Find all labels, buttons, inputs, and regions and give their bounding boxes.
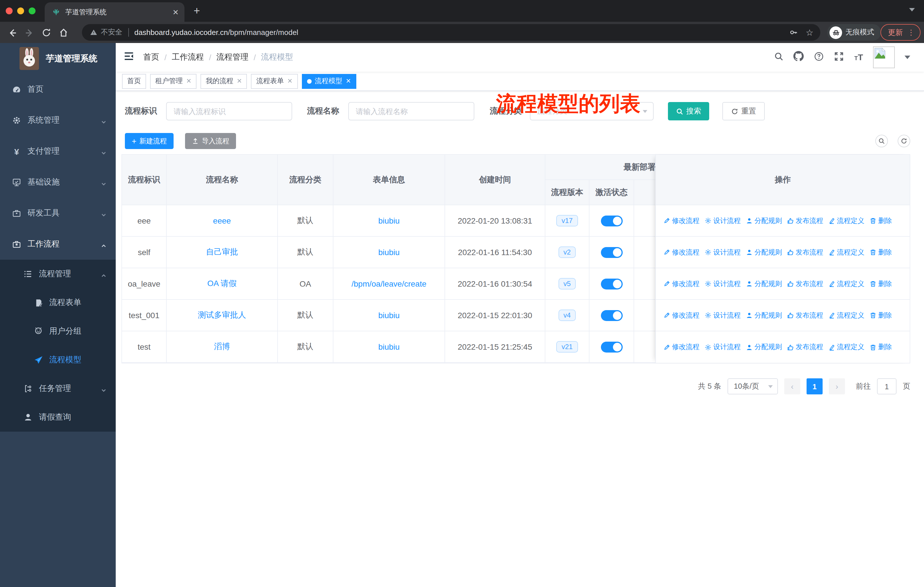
process-name-input[interactable] [348,102,474,121]
publish-process-link[interactable]: 发布流程 [787,342,823,352]
close-icon[interactable]: ✕ [237,78,242,85]
assign-rule-link[interactable]: 分配规则 [746,342,782,352]
tag-process-model[interactable]: 流程模型✕ [302,74,356,89]
next-page-button[interactable]: › [829,378,845,394]
prev-page-button[interactable]: ‹ [784,378,800,394]
password-key-icon[interactable] [789,28,798,37]
assign-rule-link[interactable]: 分配规则 [746,311,782,320]
form-info-link[interactable]: biubiu [333,331,445,362]
design-process-link[interactable]: 设计流程 [705,216,741,226]
search-button[interactable]: 搜索 [668,102,709,121]
security-status[interactable]: 不安全 [90,28,122,37]
design-process-link[interactable]: 设计流程 [705,342,741,352]
browser-tab[interactable]: 芋道管理系统 ✕ [45,2,185,22]
process-definition-link[interactable]: 流程定义 [828,311,865,320]
page-size-select[interactable]: 10条/页 [728,378,778,394]
tab-close-icon[interactable]: ✕ [172,8,179,17]
active-toggle[interactable] [601,247,622,258]
delete-link[interactable]: 删除 [870,279,892,289]
publish-process-link[interactable]: 发布流程 [787,311,823,320]
edit-process-link[interactable]: 修改流程 [663,247,700,257]
version-tag[interactable]: v21 [556,341,578,353]
close-icon[interactable]: ✕ [186,78,191,85]
process-definition-link[interactable]: 流程定义 [828,216,865,226]
delete-link[interactable]: 删除 [870,342,892,352]
font-size-icon[interactable]: TT [853,52,865,63]
url-text[interactable]: dashboard.yudao.iocoder.cn/bpm/manager/m… [134,28,789,37]
tag-process-form[interactable]: 流程表单✕ [251,74,298,89]
form-info-link[interactable]: biubiu [333,237,445,268]
publish-process-link[interactable]: 发布流程 [787,247,823,257]
browser-menu-icon[interactable]: ⋮ [908,28,915,37]
url-bar[interactable]: 不安全 dashboard.yudao.iocoder.cn/bpm/manag… [82,24,820,41]
form-info-link[interactable]: biubiu [333,205,445,236]
avatar[interactable] [873,46,895,68]
edit-process-link[interactable]: 修改流程 [663,216,700,226]
sidebar-item-process-model[interactable]: 流程模型 [0,346,116,374]
delete-link[interactable]: 删除 [870,216,892,226]
edit-process-link[interactable]: 修改流程 [663,342,700,352]
fullscreen-icon[interactable] [833,51,844,63]
edit-process-link[interactable]: 修改流程 [663,279,700,289]
toggle-search-button[interactable] [875,135,888,147]
version-tag[interactable]: v17 [556,215,578,227]
home-icon[interactable] [55,27,72,38]
assign-rule-link[interactable]: 分配规则 [746,279,782,289]
close-icon[interactable]: ✕ [287,78,292,85]
publish-process-link[interactable]: 发布流程 [787,279,823,289]
tag-my-process[interactable]: 我的流程✕ [201,74,247,89]
design-process-link[interactable]: 设计流程 [705,279,741,289]
process-definition-link[interactable]: 流程定义 [828,342,865,352]
assign-rule-link[interactable]: 分配规则 [746,247,782,257]
search-icon[interactable] [773,51,784,63]
breadcrumb-home[interactable]: 首页 [143,52,159,63]
import-process-button[interactable]: 导入流程 [185,133,236,149]
sidebar-item-workflow[interactable]: 工作流程 [0,229,116,260]
create-process-button[interactable]: + 新建流程 [125,133,173,149]
tab-search-chevron-icon[interactable] [909,8,915,12]
close-icon[interactable]: ✕ [346,78,351,85]
active-toggle[interactable] [601,341,622,352]
delete-link[interactable]: 删除 [870,311,892,320]
active-toggle[interactable] [601,278,622,289]
sidebar-item-devtools[interactable]: 研发工具 [0,198,116,229]
sidebar-collapse-icon[interactable] [124,51,134,64]
sidebar-item-leave-query[interactable]: 请假查询 [0,403,116,432]
delete-link[interactable]: 删除 [870,247,892,257]
publish-process-link[interactable]: 发布流程 [787,216,823,226]
process-definition-link[interactable]: 流程定义 [828,247,865,257]
forward-icon[interactable] [21,27,38,38]
current-page-button[interactable]: 1 [807,378,823,394]
active-toggle[interactable] [601,310,622,321]
model-name-link[interactable]: eeee [167,205,278,236]
active-toggle[interactable] [601,215,622,226]
reset-button[interactable]: 重置 [723,102,765,121]
version-tag[interactable]: v5 [558,278,576,290]
model-name-link[interactable]: OA 请假 [167,268,278,299]
zoom-window-button[interactable] [29,7,36,14]
sidebar-item-payment[interactable]: ¥ 支付管理 [0,136,116,167]
bookmark-star-icon[interactable]: ☆ [806,27,813,38]
close-window-button[interactable] [6,7,13,14]
avatar-caret-icon[interactable] [904,56,910,59]
back-icon[interactable] [3,27,21,38]
sidebar-item-task-mgmt[interactable]: 任务管理 [0,374,116,403]
model-name-link[interactable]: 滔博 [167,331,278,362]
sidebar-item-user-group[interactable]: 用户分组 [0,317,116,346]
model-name-link[interactable]: 测试多审批人 [167,300,278,331]
browser-update-button[interactable]: 更新 ⋮ [881,24,921,41]
form-info-link[interactable]: biubiu [333,300,445,331]
reload-icon[interactable] [38,27,55,38]
sidebar-item-process-form[interactable]: 流程表单 [0,288,116,317]
sidebar-item-system[interactable]: 系统管理 [0,105,116,136]
refresh-table-button[interactable] [898,135,910,147]
new-tab-button[interactable]: + [194,5,200,17]
sidebar-item-home[interactable]: 首页 [0,74,116,105]
github-icon[interactable] [793,51,804,64]
minimize-window-button[interactable] [17,7,24,14]
tag-tenant[interactable]: 租户管理✕ [150,74,196,89]
tag-home[interactable]: 首页 [122,74,146,89]
help-icon[interactable] [813,51,824,63]
breadcrumb-process-mgmt[interactable]: 流程管理 [216,52,249,63]
process-definition-link[interactable]: 流程定义 [828,279,865,289]
